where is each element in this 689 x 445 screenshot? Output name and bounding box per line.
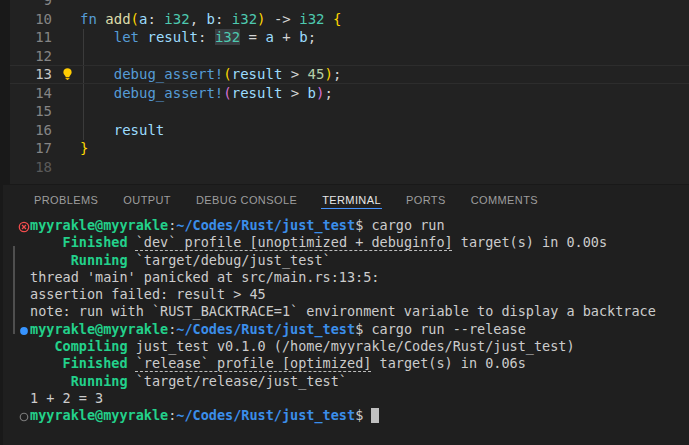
terminal-text bbox=[128, 355, 136, 371]
code-text: let result: i32 = a + b; bbox=[80, 28, 689, 47]
code-line[interactable]: 16 result bbox=[10, 121, 689, 140]
terminal-text: Finished bbox=[63, 234, 128, 250]
terminal-text: 1 + 2 = 3 bbox=[30, 390, 103, 406]
glyph-margin bbox=[52, 47, 80, 66]
terminal-text: myyrakle@myyrakle bbox=[30, 321, 168, 337]
terminal-text: ~/Codes/Rust/just_test bbox=[176, 407, 355, 423]
tab-debug-console[interactable]: DEBUG CONSOLE bbox=[195, 187, 298, 211]
terminal-link[interactable]: `dev` profile [unoptimized + debuginfo] bbox=[136, 234, 453, 250]
glyph-margin bbox=[52, 84, 80, 103]
code-editor[interactable]: 910fn add(a: i32, b: i32) -> i32 {11 let… bbox=[10, 0, 689, 184]
terminal-text bbox=[128, 234, 136, 250]
terminal-text: myyrakle@myyrakle bbox=[30, 407, 168, 423]
terminal-line: Finished `dev` profile [unoptimized + de… bbox=[3, 234, 689, 251]
code-text bbox=[80, 0, 689, 10]
line-number[interactable]: 9 bbox=[10, 0, 52, 10]
terminal-line: Running `target/release/just_test` bbox=[3, 373, 689, 390]
terminal-text: ~/Codes/Rust/just_test bbox=[176, 321, 355, 337]
terminal-line: myyrakle@myyrakle:~/Codes/Rust/just_test… bbox=[3, 407, 689, 424]
terminal-text bbox=[30, 355, 63, 371]
tab-ports[interactable]: PORTS bbox=[405, 187, 447, 211]
terminal-text: $ cargo run bbox=[355, 217, 444, 233]
terminal-text: ~/Codes/Rust/just_test bbox=[176, 217, 355, 233]
command-failed-icon[interactable] bbox=[18, 220, 30, 232]
terminal-text: just_test v0.1.0 (/home/myyrakle/Codes/R… bbox=[128, 338, 575, 354]
terminal-line: Running `target/debug/just_test` bbox=[3, 252, 689, 269]
terminal-line: assertion failed: result > 45 bbox=[3, 286, 689, 303]
code-line[interactable]: 10fn add(a: i32, b: i32) -> i32 { bbox=[10, 10, 689, 29]
code-text: debug_assert!(result > 45); bbox=[80, 65, 689, 84]
terminal-text: target(s) in 0.00s bbox=[453, 234, 607, 250]
glyph-margin bbox=[52, 139, 80, 158]
lightbulb-icon[interactable] bbox=[52, 65, 80, 84]
terminal-lines: myyrakle@myyrakle:~/Codes/Rust/just_test… bbox=[3, 217, 689, 425]
line-number[interactable]: 18 bbox=[10, 158, 52, 177]
glyph-margin bbox=[52, 102, 80, 121]
glyph-margin bbox=[52, 10, 80, 29]
terminal-text: Compiling bbox=[54, 338, 127, 354]
code-line[interactable]: 17} bbox=[10, 139, 689, 158]
terminal-text: assertion failed: result > 45 bbox=[30, 286, 266, 302]
code-line[interactable]: 12 bbox=[10, 47, 689, 66]
glyph-margin bbox=[52, 121, 80, 140]
glyph-margin bbox=[52, 158, 80, 177]
terminal-text bbox=[30, 338, 54, 354]
terminal-text: target(s) in 0.06s bbox=[371, 355, 525, 371]
terminal-text: thread 'main' panicked at src/main.rs:13… bbox=[30, 269, 380, 285]
bottom-panel: PROBLEMSOUTPUTDEBUG CONSOLETERMINALPORTS… bbox=[3, 185, 689, 445]
terminal-line: myyrakle@myyrakle:~/Codes/Rust/just_test… bbox=[3, 217, 689, 234]
command-success-icon[interactable] bbox=[18, 324, 30, 336]
code-line[interactable]: 14 debug_assert!(result > b); bbox=[10, 84, 689, 103]
line-number[interactable]: 14 bbox=[10, 84, 52, 103]
terminal-text: Running bbox=[71, 252, 128, 268]
terminal-link[interactable]: `release` profile [optimized] bbox=[136, 355, 372, 371]
code-text bbox=[80, 47, 689, 66]
code-line[interactable]: 13 debug_assert!(result > 45); bbox=[10, 65, 689, 84]
terminal-text bbox=[30, 373, 71, 389]
code-lines: 910fn add(a: i32, b: i32) -> i32 {11 let… bbox=[10, 0, 689, 176]
line-number[interactable]: 12 bbox=[10, 47, 52, 66]
line-number[interactable]: 11 bbox=[10, 28, 52, 47]
line-number[interactable]: 10 bbox=[10, 10, 52, 29]
line-number[interactable]: 15 bbox=[10, 102, 52, 121]
code-line[interactable]: 9 bbox=[10, 0, 689, 10]
command-default-icon[interactable] bbox=[18, 410, 30, 422]
terminal-text: note: run with `RUST_BACKTRACE=1` enviro… bbox=[30, 303, 656, 319]
terminal-line: 1 + 2 = 3 bbox=[3, 390, 689, 407]
line-number[interactable]: 13 bbox=[10, 65, 52, 84]
glyph-margin bbox=[52, 28, 80, 47]
terminal-view[interactable]: myyrakle@myyrakle:~/Codes/Rust/just_test… bbox=[3, 213, 689, 425]
terminal-line: Compiling just_test v0.1.0 (/home/myyrak… bbox=[3, 338, 689, 355]
code-text: debug_assert!(result > b); bbox=[80, 84, 689, 103]
code-text: fn add(a: i32, b: i32) -> i32 { bbox=[80, 10, 689, 29]
code-text bbox=[80, 102, 689, 121]
panel-tab-bar: PROBLEMSOUTPUTDEBUG CONSOLETERMINALPORTS… bbox=[3, 185, 689, 213]
tab-problems[interactable]: PROBLEMS bbox=[33, 187, 99, 211]
code-text bbox=[80, 158, 689, 177]
code-text: } bbox=[80, 139, 689, 158]
tab-output[interactable]: OUTPUT bbox=[122, 187, 172, 211]
terminal-text: Finished bbox=[63, 355, 128, 371]
terminal-text: `target/release/just_test` bbox=[128, 373, 347, 389]
code-line[interactable]: 18 bbox=[10, 158, 689, 177]
line-number[interactable]: 16 bbox=[10, 121, 52, 140]
terminal-text: $ bbox=[355, 407, 371, 423]
code-line[interactable]: 11 let result: i32 = a + b; bbox=[10, 28, 689, 47]
terminal-text: $ cargo run --release bbox=[355, 321, 526, 337]
terminal-line: myyrakle@myyrakle:~/Codes/Rust/just_test… bbox=[3, 321, 689, 338]
code-text: result bbox=[80, 121, 689, 140]
tab-comments[interactable]: COMMENTS bbox=[470, 187, 539, 211]
terminal-line: note: run with `RUST_BACKTRACE=1` enviro… bbox=[3, 303, 689, 320]
terminal-text: myyrakle@myyrakle bbox=[30, 217, 168, 233]
tab-terminal[interactable]: TERMINAL bbox=[321, 187, 382, 211]
terminal-line: Finished `release` profile [optimized] t… bbox=[3, 355, 689, 372]
terminal-text bbox=[30, 234, 63, 250]
line-number[interactable]: 17 bbox=[10, 139, 52, 158]
code-line[interactable]: 15 bbox=[10, 102, 689, 121]
terminal-line: thread 'main' panicked at src/main.rs:13… bbox=[3, 269, 689, 286]
terminal-cursor bbox=[371, 408, 379, 423]
glyph-margin bbox=[52, 0, 80, 10]
terminal-text: Running bbox=[71, 373, 128, 389]
terminal-text: `target/debug/just_test` bbox=[128, 252, 331, 268]
terminal-text bbox=[30, 252, 71, 268]
